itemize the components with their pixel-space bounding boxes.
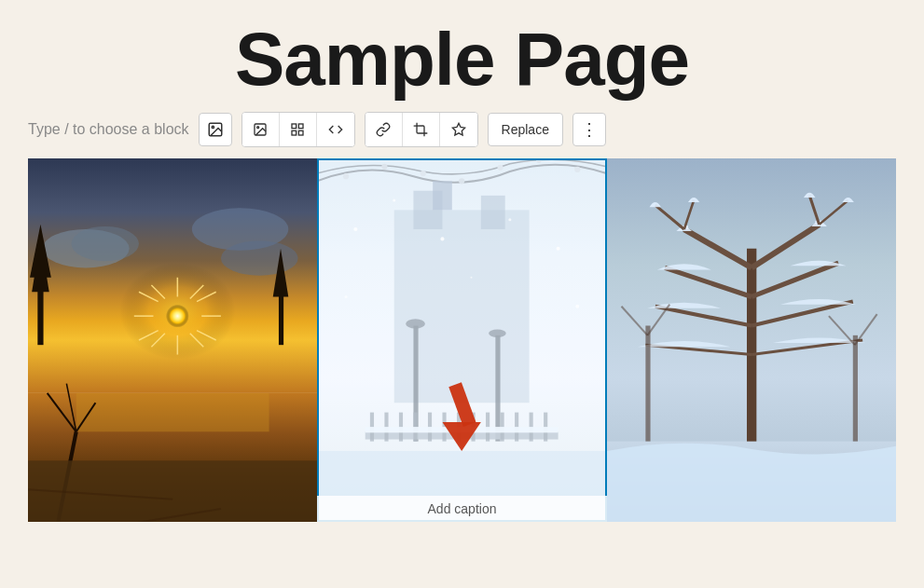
caption-bar[interactable]: Add caption: [317, 496, 606, 522]
page-title: Sample Page: [0, 0, 924, 112]
more-options-button[interactable]: ⋮: [572, 113, 606, 146]
svg-rect-53: [481, 196, 505, 229]
svg-point-82: [471, 277, 473, 279]
gallery-item-snow-tree[interactable]: [607, 158, 896, 522]
svg-point-76: [393, 198, 396, 201]
svg-point-79: [557, 247, 560, 251]
caption-text: Add caption: [428, 501, 497, 516]
block-type-button[interactable]: [199, 113, 232, 146]
gallery-item-snow-bridge[interactable]: Add caption: [317, 158, 606, 522]
block-placeholder: Type / to choose a block: [28, 121, 189, 138]
toolbar-filter-btn[interactable]: [440, 113, 477, 146]
svg-point-1: [212, 126, 214, 128]
svg-point-75: [354, 227, 358, 231]
gallery: Add caption: [0, 158, 924, 522]
svg-point-45: [382, 164, 388, 170]
svg-rect-34: [76, 393, 269, 431]
toolbar-code-btn[interactable]: [317, 113, 354, 146]
svg-rect-87: [747, 249, 756, 442]
svg-point-28: [221, 240, 298, 275]
svg-point-47: [459, 178, 464, 184]
toolbar-crop-btn[interactable]: [403, 113, 440, 146]
svg-point-48: [498, 165, 503, 171]
toolbar-link-btn[interactable]: [365, 113, 403, 146]
svg-rect-105: [852, 335, 857, 442]
svg-point-46: [421, 171, 426, 176]
svg-point-77: [441, 237, 445, 240]
svg-rect-7: [298, 130, 303, 135]
svg-point-12: [166, 305, 189, 328]
toolbar-image-btn[interactable]: [242, 113, 280, 146]
svg-point-3: [257, 127, 259, 129]
svg-point-80: [345, 295, 348, 298]
svg-rect-39: [28, 460, 317, 522]
svg-point-44: [343, 173, 349, 179]
more-icon: ⋮: [581, 119, 598, 140]
svg-rect-6: [292, 130, 297, 135]
toolbar-group-1: [241, 112, 355, 147]
svg-rect-54: [433, 181, 452, 210]
svg-rect-5: [298, 124, 303, 129]
svg-point-58: [489, 330, 506, 337]
toolbar-group-2: [365, 112, 478, 147]
toolbar: Type / to choose a block: [0, 112, 924, 147]
svg-rect-4: [292, 124, 297, 129]
toolbar-grid-btn[interactable]: [280, 113, 317, 146]
svg-point-26: [72, 226, 139, 261]
replace-button[interactable]: Replace: [488, 113, 563, 146]
svg-marker-8: [452, 123, 464, 135]
svg-point-81: [576, 305, 580, 308]
svg-rect-102: [645, 325, 650, 441]
svg-point-56: [406, 319, 425, 328]
gallery-item-sunset[interactable]: [28, 158, 317, 522]
svg-point-50: [575, 167, 581, 172]
svg-point-78: [509, 218, 512, 221]
svg-rect-57: [496, 335, 501, 442]
